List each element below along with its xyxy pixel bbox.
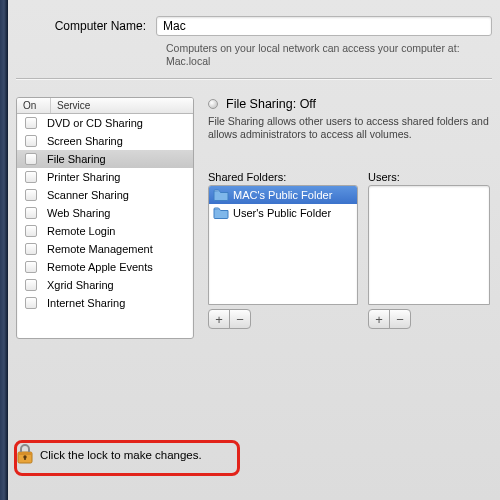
computer-name-row: Computer Name: bbox=[16, 16, 492, 36]
shared-folder-row[interactable]: MAC's Public Folder bbox=[209, 186, 357, 204]
svg-rect-3 bbox=[24, 457, 26, 460]
status-indicator-icon bbox=[208, 99, 218, 109]
users-col: Users: + − bbox=[368, 171, 490, 329]
service-checkbox[interactable] bbox=[25, 189, 37, 201]
services-list[interactable]: On Service DVD or CD SharingScreen Shari… bbox=[16, 97, 194, 339]
service-checkbox[interactable] bbox=[25, 243, 37, 255]
svg-rect-1 bbox=[18, 452, 32, 455]
add-user-button[interactable]: + bbox=[368, 309, 390, 329]
service-row[interactable]: Printer Sharing bbox=[17, 168, 193, 186]
service-row[interactable]: Xgrid Sharing bbox=[17, 276, 193, 294]
service-name: Remote Login bbox=[47, 225, 116, 237]
service-name: Remote Apple Events bbox=[47, 261, 153, 273]
divider bbox=[16, 78, 492, 79]
sharing-prefpane: Computer Name: Computers on your local n… bbox=[8, 0, 500, 500]
service-description: File Sharing allows other users to acces… bbox=[208, 115, 490, 141]
service-checkbox[interactable] bbox=[25, 117, 37, 129]
service-row[interactable]: Remote Apple Events bbox=[17, 258, 193, 276]
service-name: Xgrid Sharing bbox=[47, 279, 114, 291]
service-checkbox[interactable] bbox=[25, 297, 37, 309]
folder-icon bbox=[213, 206, 229, 221]
shared-folders-label: Shared Folders: bbox=[208, 171, 358, 183]
status-row: File Sharing: Off bbox=[208, 97, 490, 111]
service-name: Remote Management bbox=[47, 243, 153, 255]
computer-name-label: Computer Name: bbox=[16, 19, 156, 33]
service-checkbox[interactable] bbox=[25, 261, 37, 273]
service-name: Web Sharing bbox=[47, 207, 110, 219]
users-buttons: + − bbox=[368, 309, 490, 329]
header-area: Computer Name: Computers on your local n… bbox=[8, 0, 500, 87]
content-area: On Service DVD or CD SharingScreen Shari… bbox=[8, 87, 500, 339]
add-shared-folder-button[interactable]: + bbox=[208, 309, 230, 329]
lock-row[interactable]: Click the lock to make changes. bbox=[16, 444, 202, 466]
service-checkbox[interactable] bbox=[25, 207, 37, 219]
service-row[interactable]: File Sharing bbox=[17, 150, 193, 168]
service-checkbox[interactable] bbox=[25, 225, 37, 237]
lock-text: Click the lock to make changes. bbox=[40, 449, 202, 461]
services-header: On Service bbox=[17, 98, 193, 114]
shared-folder-row[interactable]: User's Public Folder bbox=[209, 204, 357, 222]
col-on[interactable]: On bbox=[17, 98, 51, 113]
lists-row: Shared Folders: MAC's Public FolderUser'… bbox=[208, 171, 490, 329]
service-row[interactable]: Remote Login bbox=[17, 222, 193, 240]
service-row[interactable]: Web Sharing bbox=[17, 204, 193, 222]
shared-folder-name: MAC's Public Folder bbox=[233, 189, 332, 201]
shared-folders-buttons: + − bbox=[208, 309, 358, 329]
service-checkbox[interactable] bbox=[25, 279, 37, 291]
users-label: Users: bbox=[368, 171, 490, 183]
service-name: Screen Sharing bbox=[47, 135, 123, 147]
service-name: Printer Sharing bbox=[47, 171, 120, 183]
service-row[interactable]: DVD or CD Sharing bbox=[17, 114, 193, 132]
shared-folders-col: Shared Folders: MAC's Public FolderUser'… bbox=[208, 171, 358, 329]
service-name: File Sharing bbox=[47, 153, 106, 165]
shared-folders-list[interactable]: MAC's Public FolderUser's Public Folder bbox=[208, 185, 358, 305]
service-row[interactable]: Remote Management bbox=[17, 240, 193, 258]
service-name: Scanner Sharing bbox=[47, 189, 129, 201]
service-row[interactable]: Internet Sharing bbox=[17, 294, 193, 312]
col-service[interactable]: Service bbox=[51, 98, 193, 113]
services-body: DVD or CD SharingScreen SharingFile Shar… bbox=[17, 114, 193, 312]
computer-name-hint: Computers on your local network can acce… bbox=[166, 42, 492, 68]
remove-shared-folder-button[interactable]: − bbox=[229, 309, 251, 329]
service-checkbox[interactable] bbox=[25, 135, 37, 147]
remove-user-button[interactable]: − bbox=[389, 309, 411, 329]
service-name: Internet Sharing bbox=[47, 297, 125, 309]
lock-icon[interactable] bbox=[16, 444, 34, 466]
detail-area: File Sharing: Off File Sharing allows ot… bbox=[194, 97, 494, 339]
shared-folder-name: User's Public Folder bbox=[233, 207, 331, 219]
service-row[interactable]: Screen Sharing bbox=[17, 132, 193, 150]
service-checkbox[interactable] bbox=[25, 153, 37, 165]
status-title: File Sharing: Off bbox=[226, 97, 316, 111]
users-list[interactable] bbox=[368, 185, 490, 305]
folder-icon bbox=[213, 188, 229, 203]
service-checkbox[interactable] bbox=[25, 171, 37, 183]
service-name: DVD or CD Sharing bbox=[47, 117, 143, 129]
service-row[interactable]: Scanner Sharing bbox=[17, 186, 193, 204]
computer-name-input[interactable] bbox=[156, 16, 492, 36]
